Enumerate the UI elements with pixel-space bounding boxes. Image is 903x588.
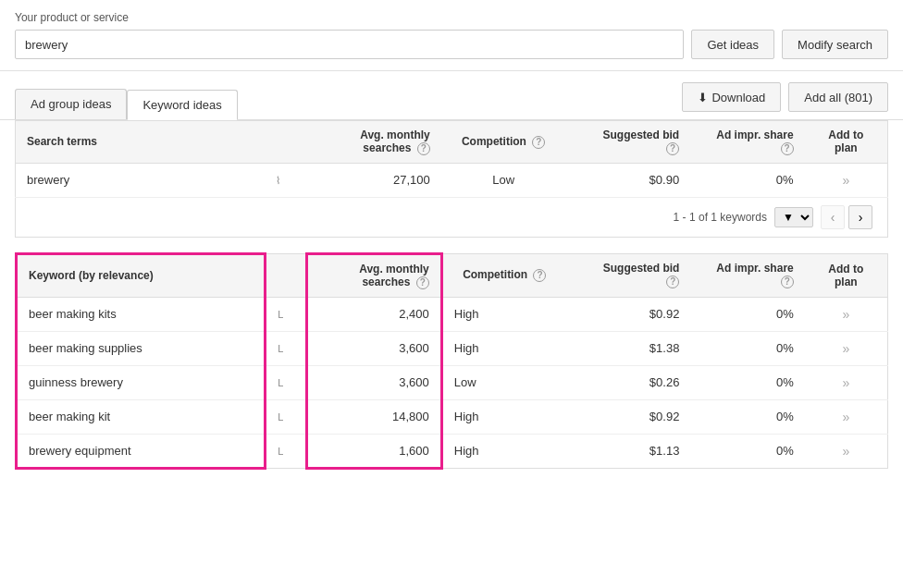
kw-comp-info-icon[interactable]: ?	[533, 269, 546, 282]
tab-keyword-ideas[interactable]: Keyword ideas	[127, 90, 237, 120]
keyword-competition: High	[441, 399, 566, 434]
search-terms-table: Search terms Avg. monthly searches ? Com…	[15, 120, 888, 198]
header-avg-monthly: Avg. monthly searches ?	[306, 121, 441, 164]
search-label: Your product or service	[15, 11, 888, 24]
header-keyword: Keyword (by relevance)	[17, 253, 266, 297]
keyword-bid: $0.92	[566, 399, 691, 434]
keyword-row: beer making suppliesL3,600High$1.380%»	[17, 331, 888, 365]
keyword-term: beer making kits	[17, 297, 266, 331]
keyword-term: beer making kit	[17, 399, 266, 434]
trend-chart-icon: L	[278, 411, 283, 423]
download-icon: ⬇	[698, 91, 708, 104]
add-to-plan-icon[interactable]: »	[842, 444, 849, 459]
kw-bid-info-icon[interactable]: ?	[666, 276, 679, 288]
add-all-button[interactable]: Add all (801)	[788, 82, 888, 112]
pagination-text: 1 - 1 of 1 keywords	[674, 211, 767, 224]
keyword-impr: 0%	[690, 331, 804, 365]
prev-page-button[interactable]: ‹	[821, 205, 845, 229]
header-trend-icon	[265, 121, 306, 164]
page-nav: ‹ ›	[821, 205, 872, 229]
search-term-trend: ⌇	[265, 163, 306, 197]
keyword-impr: 0%	[690, 365, 804, 399]
add-to-plan-icon[interactable]: »	[842, 173, 849, 188]
keyword-add[interactable]: »	[805, 399, 888, 434]
tab-group: Ad group ideas Keyword ideas	[15, 89, 238, 119]
keyword-term: beer making supplies	[17, 331, 266, 365]
keyword-avg: 14,800	[306, 399, 441, 434]
keyword-trend: L	[266, 399, 307, 434]
header-kw-trend	[266, 253, 307, 297]
add-to-plan-icon[interactable]: »	[842, 410, 849, 424]
keyword-impr: 0%	[690, 297, 804, 331]
keyword-row: beer making kitL14,800High$0.920%»	[17, 399, 888, 434]
trend-chart-icon: L	[278, 309, 283, 320]
keyword-row: beer making kitsL2,400High$0.920%»	[17, 297, 888, 331]
search-term-brewery: brewery	[16, 163, 265, 197]
download-button[interactable]: ⬇ Download	[682, 82, 781, 112]
tab-ad-group[interactable]: Ad group ideas	[15, 89, 127, 119]
keyword-impr: 0%	[690, 399, 804, 434]
keyword-impr: 0%	[690, 434, 804, 468]
get-ideas-button[interactable]: Get ideas	[691, 30, 774, 59]
avg-info-icon[interactable]: ?	[417, 142, 430, 155]
keyword-bid: $0.92	[566, 297, 691, 331]
keyword-trend: L	[266, 331, 307, 365]
bid-info-icon[interactable]: ?	[666, 142, 679, 155]
keyword-trend: L	[266, 434, 307, 468]
trend-chart-icon: ⌇	[276, 175, 280, 186]
header-kw-add: Add to plan	[805, 253, 888, 297]
keyword-bid: $1.38	[566, 331, 691, 365]
keyword-bid: $1.13	[566, 434, 691, 468]
header-competition: Competition ?	[441, 121, 566, 164]
search-term-avg: 27,100	[306, 163, 441, 197]
keyword-add[interactable]: »	[805, 365, 888, 399]
header-kw-impr: Ad impr. share ?	[690, 253, 804, 297]
keyword-avg: 3,600	[306, 365, 441, 399]
keyword-trend: L	[266, 365, 307, 399]
trend-chart-icon: L	[278, 377, 283, 388]
header-kw-avg: Avg. monthly searches ?	[306, 253, 441, 297]
impr-info-icon[interactable]: ?	[781, 142, 794, 155]
keywords-header-row: Keyword (by relevance) Avg. monthly sear…	[17, 253, 888, 297]
add-to-plan-icon[interactable]: »	[842, 307, 849, 322]
keywords-section: Keyword (by relevance) Avg. monthly sear…	[15, 252, 888, 470]
keyword-add[interactable]: »	[805, 297, 888, 331]
search-term-impr: 0%	[690, 163, 804, 197]
add-to-plan-icon[interactable]: »	[842, 341, 849, 356]
next-page-button[interactable]: ›	[848, 205, 872, 229]
search-input[interactable]	[15, 30, 684, 59]
keyword-competition: Low	[441, 365, 566, 399]
keyword-term: guinness brewery	[17, 365, 266, 399]
keywords-table: Keyword (by relevance) Avg. monthly sear…	[15, 252, 888, 470]
search-term-add[interactable]: »	[805, 163, 888, 197]
header-add-to-plan: Add to plan	[805, 121, 888, 164]
keyword-competition: High	[441, 331, 566, 365]
kw-avg-info-icon[interactable]: ?	[416, 276, 429, 289]
header-suggested-bid: Suggested bid ?	[565, 121, 690, 164]
keyword-trend: L	[266, 297, 307, 331]
pagination-select[interactable]: ▼	[774, 207, 813, 227]
search-term-competition: Low	[441, 163, 566, 197]
competition-info-icon[interactable]: ?	[532, 136, 545, 149]
search-terms-section: Search terms Avg. monthly searches ? Com…	[15, 120, 888, 238]
keyword-competition: High	[441, 434, 566, 468]
header-kw-bid: Suggested bid ?	[566, 253, 691, 297]
search-term-bid: $0.90	[565, 163, 690, 197]
kw-impr-info-icon[interactable]: ?	[781, 276, 794, 288]
keyword-avg: 3,600	[306, 331, 441, 365]
keyword-add[interactable]: »	[805, 331, 888, 365]
add-to-plan-icon[interactable]: »	[842, 375, 849, 390]
keyword-avg: 1,600	[306, 434, 441, 468]
modify-search-button[interactable]: Modify search	[782, 30, 888, 59]
header-search-terms: Search terms	[16, 121, 265, 164]
keyword-add[interactable]: »	[805, 434, 888, 468]
header-kw-competition: Competition ?	[441, 253, 566, 297]
trend-chart-icon: L	[278, 446, 283, 457]
pagination-row: 1 - 1 of 1 keywords ▼ ‹ ›	[15, 198, 888, 238]
keyword-row: guinness breweryL3,600Low$0.260%»	[17, 365, 888, 399]
keyword-row: brewery equipmentL1,600High$1.130%»	[17, 434, 888, 468]
keyword-bid: $0.26	[566, 365, 691, 399]
search-term-row: brewery ⌇ 27,100 Low $0.90 0% »	[16, 163, 888, 197]
header-ad-impr-share: Ad impr. share ?	[690, 121, 804, 164]
keyword-competition: High	[441, 297, 566, 331]
